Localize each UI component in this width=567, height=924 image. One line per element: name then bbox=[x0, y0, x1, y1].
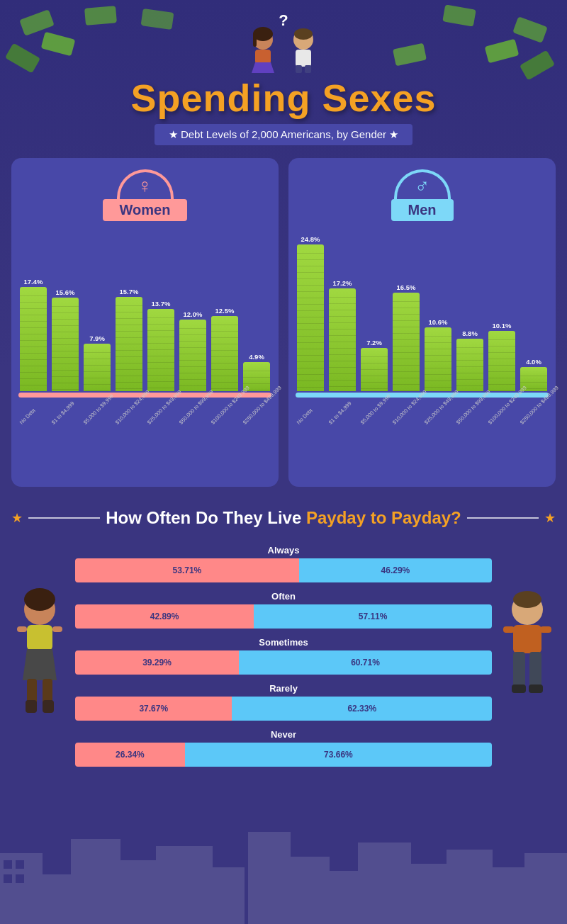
svg-rect-15 bbox=[447, 850, 493, 924]
svg-rect-43 bbox=[513, 652, 525, 687]
svg-rect-9 bbox=[213, 867, 245, 924]
women-label: Women bbox=[103, 199, 188, 221]
svg-rect-31 bbox=[17, 626, 27, 632]
payday-row-label: Always bbox=[75, 545, 492, 556]
svg-rect-8 bbox=[156, 846, 213, 924]
svg-rect-14 bbox=[411, 864, 447, 924]
bar-value: 10.1% bbox=[493, 322, 512, 329]
star-right-icon: ★ bbox=[544, 510, 556, 526]
male-symbol: ♂ bbox=[394, 169, 451, 201]
svg-rect-1 bbox=[4, 860, 12, 869]
svg-rect-27 bbox=[305, 65, 311, 73]
svg-rect-4 bbox=[16, 874, 24, 883]
bar-wrap: 7.2% bbox=[359, 235, 389, 391]
female-bar-segment: 26.34% bbox=[75, 743, 185, 767]
male-bar-segment: 62.33% bbox=[232, 697, 492, 721]
bar-wrap: 4.0% bbox=[519, 235, 549, 391]
female-avatar bbox=[244, 27, 283, 73]
women-chart-panel: ♀ Women 17.4%15.6%7.9%15.7%13.7%12.0%12.… bbox=[11, 158, 279, 487]
bar-wrap: 12.0% bbox=[178, 235, 208, 391]
svg-rect-40 bbox=[513, 625, 541, 653]
men-label: Men bbox=[391, 199, 454, 221]
svg-rect-42 bbox=[540, 626, 551, 633]
bar-wrap: 17.2% bbox=[327, 235, 357, 391]
bar-wrap: 10.6% bbox=[423, 235, 453, 391]
svg-rect-41 bbox=[503, 626, 515, 633]
bar-value: 8.8% bbox=[462, 329, 478, 337]
female-bar-segment: 39.29% bbox=[75, 650, 239, 675]
bar-value: 24.8% bbox=[301, 235, 320, 243]
male-bar-segment: 60.71% bbox=[239, 650, 492, 675]
bar bbox=[52, 298, 79, 391]
star-left-icon: ★ bbox=[11, 510, 23, 526]
payday-bar-row: 37.67%62.33% bbox=[75, 697, 492, 721]
svg-rect-17 bbox=[524, 853, 567, 924]
svg-rect-10 bbox=[248, 832, 291, 924]
svg-rect-46 bbox=[529, 684, 543, 693]
payday-bar-row: 39.29%60.71% bbox=[75, 650, 492, 675]
female-bar-segment: 53.71% bbox=[75, 558, 299, 582]
svg-point-39 bbox=[513, 591, 541, 608]
svg-rect-6 bbox=[71, 839, 120, 924]
svg-rect-21 bbox=[255, 50, 271, 64]
bar-value: 12.5% bbox=[215, 307, 235, 315]
bar-value: 12.0% bbox=[184, 310, 203, 318]
svg-rect-25 bbox=[296, 50, 311, 67]
bar bbox=[488, 331, 515, 391]
page-subtitle: ★ Debt Levels of 2,000 Americans, by Gen… bbox=[155, 124, 413, 145]
bar-wrap: 24.8% bbox=[296, 235, 325, 391]
payday-row-label: Sometimes bbox=[75, 637, 492, 648]
men-bar-chart: 24.8%17.2%7.2%16.5%10.6%8.8%10.1%4.0% bbox=[296, 228, 549, 391]
bar bbox=[329, 288, 356, 391]
payday-row-label: Never bbox=[75, 729, 492, 740]
svg-rect-11 bbox=[291, 857, 330, 924]
bar bbox=[211, 316, 238, 391]
svg-rect-36 bbox=[26, 700, 37, 713]
payday-row-label: Rarely bbox=[75, 683, 492, 694]
bar bbox=[147, 309, 174, 391]
bar-wrap: 17.4% bbox=[18, 235, 48, 391]
svg-rect-2 bbox=[16, 860, 24, 869]
payday-bar-row: 53.71%46.29% bbox=[75, 558, 492, 582]
svg-rect-5 bbox=[43, 874, 71, 924]
bar-value: 17.4% bbox=[24, 278, 43, 286]
bar bbox=[116, 297, 142, 391]
male-bar-segment: 57.11% bbox=[254, 604, 492, 629]
svg-rect-37 bbox=[43, 700, 54, 713]
bar-value: 15.6% bbox=[56, 288, 75, 296]
svg-rect-3 bbox=[4, 874, 12, 883]
male-bar-segment: 46.29% bbox=[299, 558, 492, 582]
male-bar-segment: 73.66% bbox=[185, 743, 492, 767]
bar-wrap: 15.7% bbox=[114, 235, 144, 391]
svg-rect-32 bbox=[52, 626, 62, 632]
payday-bar-row: 26.34%73.66% bbox=[75, 743, 492, 767]
svg-rect-7 bbox=[120, 860, 156, 924]
svg-marker-33 bbox=[23, 649, 57, 680]
svg-rect-20 bbox=[253, 34, 257, 47]
bar-wrap: 10.1% bbox=[487, 235, 517, 391]
bar bbox=[179, 320, 206, 391]
svg-rect-30 bbox=[27, 625, 52, 650]
svg-point-24 bbox=[294, 28, 313, 40]
bar-wrap: 15.6% bbox=[50, 235, 80, 391]
page-title: Spending Sexes bbox=[0, 76, 567, 120]
bar bbox=[393, 293, 420, 391]
svg-rect-0 bbox=[0, 853, 43, 924]
bar-value: 17.2% bbox=[333, 279, 352, 287]
men-chart-panel: ♂ Men 24.8%17.2%7.2%16.5%10.6%8.8%10.1%4… bbox=[288, 158, 556, 487]
bar bbox=[297, 244, 324, 391]
bar bbox=[456, 339, 483, 391]
bar-value: 13.7% bbox=[152, 300, 171, 308]
female-bar-segment: 37.67% bbox=[75, 697, 232, 721]
bar-wrap: 7.9% bbox=[82, 235, 112, 391]
svg-rect-12 bbox=[330, 871, 358, 924]
bar-wrap: 8.8% bbox=[455, 235, 485, 391]
bar-wrap: 16.5% bbox=[391, 235, 421, 391]
payday-bar-row: 42.89%57.11% bbox=[75, 604, 492, 629]
female-symbol: ♀ bbox=[117, 169, 174, 201]
bar bbox=[361, 348, 388, 391]
bar bbox=[84, 344, 111, 391]
svg-rect-45 bbox=[512, 684, 526, 693]
bar-value: 10.6% bbox=[429, 318, 448, 326]
svg-rect-13 bbox=[358, 843, 411, 924]
